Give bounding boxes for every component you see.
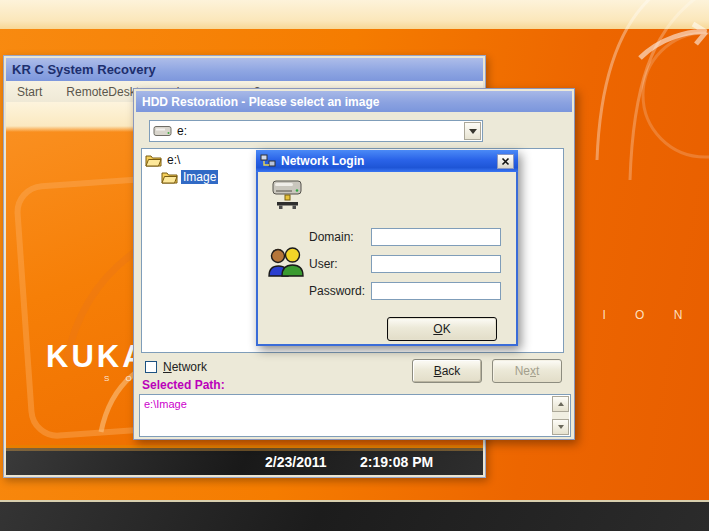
password-input[interactable] — [371, 282, 501, 300]
scroll-up-button[interactable] — [552, 396, 569, 412]
statusbar-time: 2:19:08 PM — [360, 454, 433, 470]
password-label: Password: — [309, 284, 371, 298]
user-input[interactable] — [371, 255, 501, 273]
chevron-down-icon — [469, 129, 477, 134]
selected-path-textbox[interactable]: e:\Image — [139, 394, 571, 437]
domain-field-row: Domain: — [309, 228, 501, 246]
main-window-titlebar[interactable]: KR C System Recovery — [6, 58, 483, 81]
statusbar: 2/23/2011 2:19:08 PM — [6, 445, 483, 475]
hdd-dialog-title: HDD Restoration - Please select an image — [142, 95, 379, 109]
network-drive-icon — [270, 178, 306, 212]
drive-icon — [153, 125, 173, 137]
tree-item-label: e:\ — [165, 153, 182, 167]
network-checkbox-row: Network — [145, 360, 207, 374]
network-login-dialog: Network Login Domain: — [256, 150, 518, 346]
scroll-up-icon — [558, 402, 564, 406]
user-field-row: User: — [309, 255, 501, 273]
menu-start[interactable]: Start — [17, 85, 42, 99]
network-checkbox[interactable] — [145, 361, 157, 373]
drive-combobox-value: e: — [177, 124, 187, 138]
close-button[interactable] — [497, 154, 514, 169]
network-checkbox-label: Network — [163, 360, 207, 374]
folder-open-icon — [145, 153, 162, 167]
back-button[interactable]: Back — [412, 359, 482, 383]
domain-label: Domain: — [309, 230, 371, 244]
desktop-brand-fragment: T I O N — [566, 308, 695, 322]
drive-combobox-dropdown-button[interactable] — [464, 122, 481, 140]
selected-path-value: e:\Image — [144, 398, 187, 410]
scroll-down-button[interactable] — [552, 419, 569, 435]
login-dialog-titlebar[interactable]: Network Login — [256, 150, 518, 172]
scroll-down-icon — [558, 425, 564, 429]
desktop-bottom-bar — [0, 500, 709, 531]
main-window-title: KR C System Recovery — [12, 62, 156, 77]
user-label: User: — [309, 257, 371, 271]
selected-path-scrollbar[interactable] — [552, 396, 569, 435]
selected-path-label: Selected Path: — [142, 378, 225, 392]
close-icon — [501, 157, 510, 166]
ok-button[interactable]: OK — [387, 317, 497, 341]
domain-input[interactable] — [371, 228, 501, 246]
next-button[interactable]: Next — [492, 359, 562, 383]
drive-combobox[interactable]: e: — [149, 120, 483, 142]
users-icon — [265, 244, 305, 280]
folder-icon — [161, 170, 178, 184]
statusbar-date: 2/23/2011 — [265, 454, 327, 470]
hdd-dialog-titlebar[interactable]: HDD Restoration - Please select an image — [136, 91, 572, 112]
tree-item-label: Image — [181, 170, 218, 184]
login-dialog-title: Network Login — [281, 154, 497, 168]
network-login-icon — [260, 154, 276, 168]
desktop: T I O N KR C System Recovery Start Remot… — [0, 0, 709, 531]
password-field-row: Password: — [309, 282, 501, 300]
desktop-top-band — [0, 0, 709, 29]
